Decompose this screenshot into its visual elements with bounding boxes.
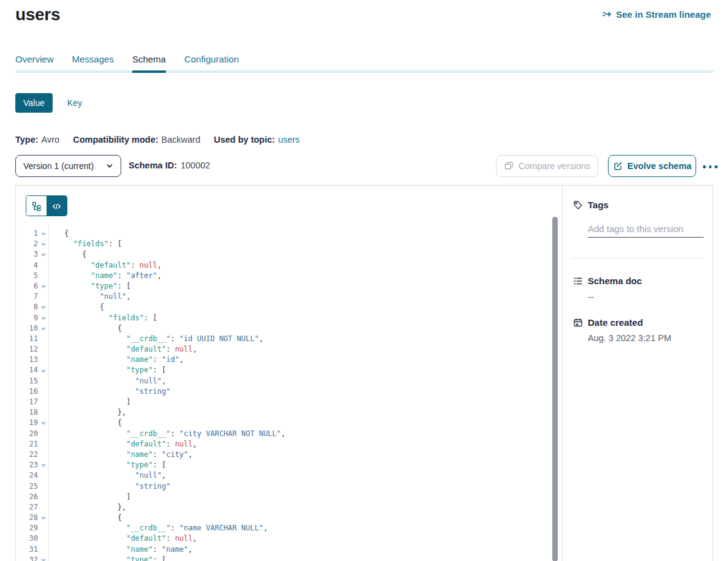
code-line-text: "type": [ xyxy=(48,365,166,375)
more-options-button[interactable] xyxy=(702,163,719,171)
schema-doc-value: -- xyxy=(588,292,594,302)
list-icon xyxy=(573,276,583,286)
tab-underline-track xyxy=(15,70,713,73)
code-line-text: "null", xyxy=(48,376,166,386)
line-number: 7 xyxy=(16,292,38,302)
code-line-text: ] xyxy=(48,492,130,502)
code-editor[interactable]: 1{2 "fields": [3 {4 "default": null,5 "n… xyxy=(16,228,563,561)
topic-link[interactable]: users xyxy=(278,135,299,145)
fold-spacer xyxy=(38,407,48,418)
line-number: 2 xyxy=(16,239,38,249)
tags-input[interactable] xyxy=(588,220,704,238)
compare-versions-icon xyxy=(504,161,514,171)
code-line-text: "string" xyxy=(48,481,170,492)
code-line-text: }, xyxy=(48,407,126,418)
section-divider xyxy=(572,258,704,258)
date-created-title: Date created xyxy=(588,317,643,328)
details-sidebar: Tags Schema doc -- xyxy=(563,186,713,561)
fold-arrow-icon[interactable] xyxy=(38,228,48,239)
evolve-schema-label: Evolve schema xyxy=(628,161,692,171)
tab-schema[interactable]: Schema xyxy=(132,54,166,70)
tree-view-button[interactable] xyxy=(26,196,47,216)
code-line: 17 ] xyxy=(16,397,563,407)
code-line: 30 "default": null, xyxy=(16,533,563,544)
code-line: 18 }, xyxy=(16,407,563,418)
line-number: 8 xyxy=(16,302,38,312)
fold-arrow-icon[interactable] xyxy=(38,555,48,561)
line-number: 32 xyxy=(16,555,38,561)
fold-spacer xyxy=(38,386,48,397)
line-number: 6 xyxy=(16,281,38,292)
code-line-text: "fields": [ xyxy=(48,239,122,249)
fold-arrow-icon[interactable] xyxy=(38,313,48,323)
schema-id-label: Schema ID: xyxy=(129,160,177,170)
schema-doc-section-header: Schema doc xyxy=(573,276,642,286)
fold-arrow-icon[interactable] xyxy=(38,302,48,312)
line-number: 27 xyxy=(16,502,38,513)
fold-spacer xyxy=(38,481,48,492)
calendar-add-icon xyxy=(573,318,583,328)
code-line-text: { xyxy=(48,418,122,428)
code-line: 21 "default": null, xyxy=(16,439,563,450)
code-lines: 1{2 "fields": [3 {4 "default": null,5 "n… xyxy=(16,228,563,561)
compare-versions-button[interactable]: Compare versions xyxy=(496,155,598,177)
code-line: 15 "null", xyxy=(16,376,563,386)
tab-overview[interactable]: Overview xyxy=(15,54,54,70)
schema-toggle-value[interactable]: Value xyxy=(15,93,53,113)
page-title: users xyxy=(15,5,60,24)
code-line-text: "__crdb__": "city VARCHAR NOT NULL", xyxy=(48,429,285,439)
stream-lineage-link[interactable]: See in Stream lineage xyxy=(602,9,711,20)
line-number: 3 xyxy=(16,249,38,260)
fold-spacer xyxy=(38,544,48,555)
date-created-value: Aug. 3 2022 3:21 PM xyxy=(588,333,671,343)
tag-icon xyxy=(573,200,583,210)
code-line-text: "default": null, xyxy=(48,533,197,544)
line-number: 17 xyxy=(16,397,38,407)
fold-spacer xyxy=(38,502,48,513)
fold-arrow-icon[interactable] xyxy=(38,249,48,260)
editor-vertical-scrollbar[interactable] xyxy=(552,217,558,561)
fold-arrow-icon[interactable] xyxy=(38,418,48,428)
line-number: 9 xyxy=(16,313,38,323)
line-number: 20 xyxy=(16,429,38,439)
tree-view-icon xyxy=(32,201,42,211)
code-line: 23 "type": [ xyxy=(16,460,563,470)
code-view-button[interactable] xyxy=(47,196,67,216)
stream-lineage-icon xyxy=(602,10,612,19)
code-line-text: "name": "id", xyxy=(48,355,184,365)
tab-messages[interactable]: Messages xyxy=(72,54,114,70)
line-number: 5 xyxy=(16,271,38,281)
meta-label: Compatibility mode: xyxy=(73,135,158,145)
code-line: 27 }, xyxy=(16,502,563,513)
fold-spacer xyxy=(38,292,48,302)
evolve-schema-button[interactable]: Evolve schema xyxy=(608,155,696,177)
schema-doc-title: Schema doc xyxy=(588,276,642,286)
fold-arrow-icon[interactable] xyxy=(38,239,48,249)
fold-arrow-icon[interactable] xyxy=(38,460,48,470)
fold-spacer xyxy=(38,260,48,271)
fold-spacer xyxy=(38,470,48,481)
meta-value: Avro xyxy=(42,135,60,145)
line-number: 30 xyxy=(16,533,38,544)
code-line: 16 "string" xyxy=(16,386,563,397)
edit-schema-icon xyxy=(613,161,623,171)
schema-meta-row: Type:AvroCompatibility mode:BackwardUsed… xyxy=(15,135,300,145)
code-line-text: "fields": [ xyxy=(48,313,157,323)
fold-arrow-icon[interactable] xyxy=(38,365,48,375)
version-select[interactable]: Version 1 (current) xyxy=(15,155,121,177)
chevron-down-icon xyxy=(106,162,113,170)
schema-toggle-key[interactable]: Key xyxy=(67,98,82,108)
meta-item: Used by topic:users xyxy=(214,135,299,145)
fold-arrow-icon[interactable] xyxy=(38,281,48,292)
code-view-icon xyxy=(52,202,61,211)
fold-spacer xyxy=(38,271,48,281)
fold-arrow-icon[interactable] xyxy=(38,323,48,334)
ellipsis-icon xyxy=(703,165,706,168)
line-number: 25 xyxy=(16,481,38,492)
line-number: 23 xyxy=(16,460,38,470)
fold-arrow-icon[interactable] xyxy=(38,513,48,523)
tab-configuration[interactable]: Configuration xyxy=(184,54,239,70)
line-number: 18 xyxy=(16,407,38,418)
fold-spacer xyxy=(38,355,48,365)
code-line: 7 "null", xyxy=(16,292,563,302)
